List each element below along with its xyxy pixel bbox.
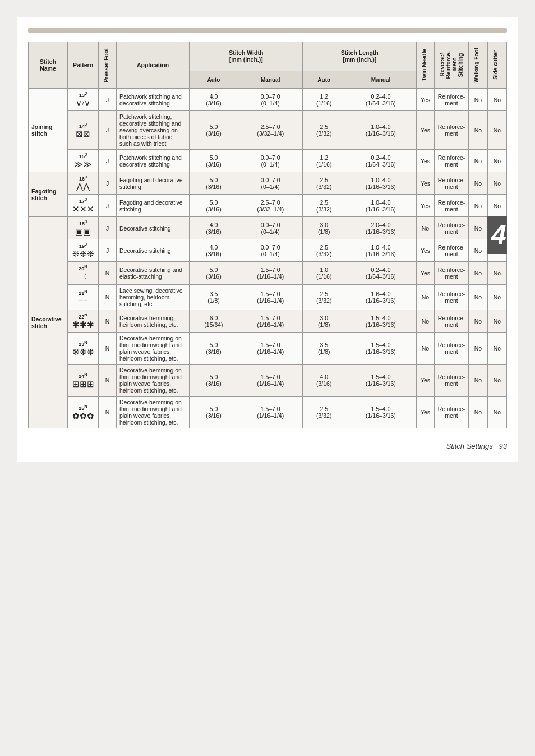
walking-foot-value: No bbox=[469, 310, 488, 333]
stitch-number: 25N✿✿✿ bbox=[68, 397, 99, 428]
sl-auto: 3.5(1/8) bbox=[303, 333, 345, 365]
table-row: 23N❋❋❋NDecorative hemming on thin, mediu… bbox=[29, 333, 507, 365]
sw-auto: 5.0(3/16) bbox=[190, 333, 238, 365]
sl-auto: 2.5(3/32) bbox=[303, 239, 345, 262]
sl-manual: 1.0–4.0(1/16–3/16) bbox=[345, 195, 416, 217]
application-text: Fagoting and decorative stitching bbox=[117, 172, 190, 195]
twin-needle-value: Yes bbox=[417, 150, 435, 172]
table-row: 19J❊❊❊JDecorative stitching4.0(3/16)0.0–… bbox=[29, 239, 507, 262]
sw-manual: 1.5–7.0(1/16–1/4) bbox=[238, 397, 303, 428]
walking-foot-value: No bbox=[469, 217, 488, 239]
sl-manual: 1.5–4.0(1/16–3/16) bbox=[345, 365, 416, 397]
side-cutter-value: No bbox=[488, 89, 507, 111]
sl-auto: 4.0(3/16) bbox=[303, 365, 345, 397]
presser-foot-value: J bbox=[99, 195, 117, 217]
walking-foot-value: No bbox=[469, 172, 488, 195]
chapter-number: 4 bbox=[487, 216, 507, 254]
sl-manual: 1.5–4.0(1/16–3/16) bbox=[345, 333, 416, 365]
sw-manual: 1.5–7.0(1/16–1/4) bbox=[238, 333, 303, 365]
side-cutter-value: No bbox=[488, 365, 507, 397]
sw-manual: 1.5–7.0(1/16–1/4) bbox=[238, 365, 303, 397]
reverse-value: Reinforce-ment bbox=[435, 150, 469, 172]
sw-manual: 0.0–7.0(0–1/4) bbox=[238, 217, 303, 239]
sl-auto: 1.0(1/16) bbox=[303, 262, 345, 285]
header-sw-manual: Manual bbox=[238, 71, 303, 88]
twin-needle-value: No bbox=[417, 217, 435, 239]
presser-foot-value: J bbox=[99, 239, 117, 262]
header-twin-needle: Twin Needle bbox=[417, 42, 435, 89]
reverse-value: Reinforce-ment bbox=[435, 310, 469, 333]
side-cutter-value: No bbox=[488, 285, 507, 310]
header-reverse: Reverse/Reinforce-mentStitching bbox=[435, 42, 469, 89]
side-cutter-value: No bbox=[488, 111, 507, 150]
sw-manual: 0.0–7.0(0–1/4) bbox=[238, 239, 303, 262]
walking-foot-value: No bbox=[469, 397, 488, 428]
side-cutter-value: No bbox=[488, 333, 507, 365]
sw-auto: 4.0(3/16) bbox=[190, 239, 238, 262]
presser-foot-value: J bbox=[99, 111, 117, 150]
header-sw-auto: Auto bbox=[190, 71, 238, 88]
sw-auto: 5.0(3/16) bbox=[190, 195, 238, 217]
reverse-value: Reinforce-ment bbox=[435, 111, 469, 150]
stitch-number: 18J▣▣ bbox=[68, 217, 99, 239]
reverse-value: Reinforce-ment bbox=[435, 333, 469, 365]
top-bar bbox=[28, 28, 507, 33]
table-row: 15J≫≫JPatchwork stitching and decorative… bbox=[29, 150, 507, 172]
sl-auto: 2.5(3/32) bbox=[303, 111, 345, 150]
sw-auto: 5.0(3/16) bbox=[190, 172, 238, 195]
twin-needle-value: Yes bbox=[417, 195, 435, 217]
side-cutter-value: No bbox=[488, 397, 507, 428]
header-stitch-length: Stitch Length[mm (inch.)] bbox=[303, 42, 417, 71]
application-text: Patchwork stitching, decorative stitchin… bbox=[117, 111, 190, 150]
side-cutter-value: No bbox=[488, 262, 507, 285]
sw-auto: 5.0(3/16) bbox=[190, 397, 238, 428]
application-text: Decorative hemming on thin, mediumweight… bbox=[117, 333, 190, 365]
sl-manual: 1.6–4.0(1/16–3/16) bbox=[345, 285, 416, 310]
application-text: Lace sewing, decorative hemming, heirloo… bbox=[117, 285, 190, 310]
reverse-value: Reinforce-ment bbox=[435, 89, 469, 111]
side-cutter-value: No bbox=[488, 195, 507, 217]
sw-manual: 0.0–7.0(0–1/4) bbox=[238, 172, 303, 195]
application-text: Decorative stitching bbox=[117, 239, 190, 262]
sw-auto: 4.0(3/16) bbox=[190, 217, 238, 239]
twin-needle-value: No bbox=[417, 310, 435, 333]
header-side-cutter: Side cutter bbox=[488, 42, 507, 89]
side-cutter-value: No bbox=[488, 310, 507, 333]
application-text: Fagoting and decorative stitching bbox=[117, 195, 190, 217]
application-text: Patchwork stitching and decorative stitc… bbox=[117, 89, 190, 111]
presser-foot-value: J bbox=[99, 172, 117, 195]
twin-needle-value: No bbox=[417, 285, 435, 310]
table-row: Fagoting stitch16J⋀⋀JFagoting and decora… bbox=[29, 172, 507, 195]
walking-foot-value: No bbox=[469, 285, 488, 310]
table-row: Joining stitch13J∨/∨JPatchwork stitching… bbox=[29, 89, 507, 111]
presser-foot-value: N bbox=[99, 333, 117, 365]
twin-needle-value: Yes bbox=[417, 262, 435, 285]
walking-foot-value: No bbox=[469, 111, 488, 150]
sl-manual: 1.5–4.0(1/16–3/16) bbox=[345, 310, 416, 333]
stitch-table: Stitch Name Pattern Presser Foot Applica… bbox=[28, 42, 507, 428]
sw-auto: 5.0(3/16) bbox=[190, 262, 238, 285]
reverse-value: Reinforce-ment bbox=[435, 195, 469, 217]
presser-foot-value: N bbox=[99, 365, 117, 397]
twin-needle-value: Yes bbox=[417, 397, 435, 428]
sw-manual: 1.5–7.0(1/16–1/4) bbox=[238, 285, 303, 310]
sl-auto: 1.2(1/16) bbox=[303, 89, 345, 111]
sw-auto: 5.0(3/16) bbox=[190, 365, 238, 397]
presser-foot-value: N bbox=[99, 285, 117, 310]
application-text: Patchwork stitching and decorative stitc… bbox=[117, 150, 190, 172]
header-walking-foot: Walking Foot bbox=[469, 42, 488, 89]
header-sl-auto: Auto bbox=[303, 71, 345, 88]
sl-manual: 1.5–4.0(1/16–3/16) bbox=[345, 397, 416, 428]
header-sl-manual: Manual bbox=[345, 71, 416, 88]
application-text: Decorative hemming, heirloom stitching, … bbox=[117, 310, 190, 333]
sl-manual: 0.2–4.0(1/64–3/16) bbox=[345, 262, 416, 285]
sw-manual: 0.0–7.0(0–1/4) bbox=[238, 150, 303, 172]
presser-foot-value: J bbox=[99, 217, 117, 239]
table-row: 17J✕✕✕JFagoting and decorative stitching… bbox=[29, 195, 507, 217]
presser-foot-value: N bbox=[99, 397, 117, 428]
twin-needle-value: Yes bbox=[417, 111, 435, 150]
header-pattern: Pattern bbox=[68, 42, 99, 89]
walking-foot-value: No bbox=[469, 333, 488, 365]
stitch-number: 15J≫≫ bbox=[68, 150, 99, 172]
stitch-number: 16J⋀⋀ bbox=[68, 172, 99, 195]
